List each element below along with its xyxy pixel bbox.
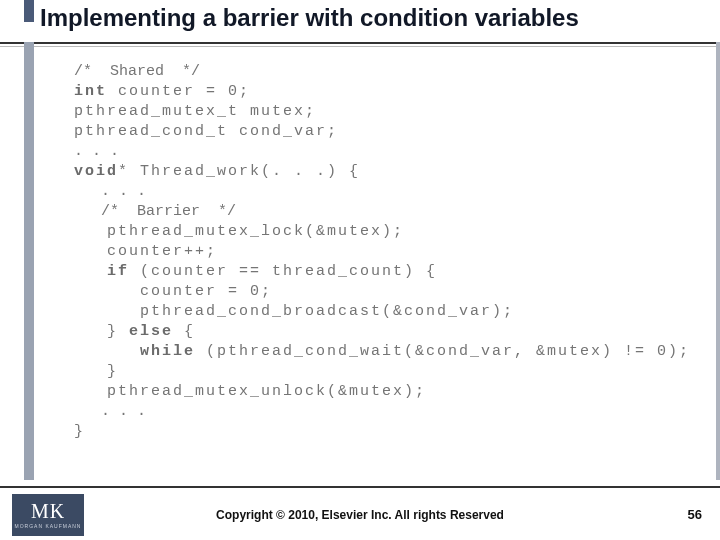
code-block: /* Shared */ int counter = 0; pthread_mu… [74,62,680,442]
code-line: counter = 0; [107,83,250,100]
code-keyword-if: if [74,263,129,280]
code-line: . . . [74,143,119,160]
page-number: 56 [688,507,702,522]
code-line: /* Barrier */ [74,203,236,220]
code-line: { [173,323,195,340]
copyright-text: Copyright © 2010, Elsevier Inc. All righ… [0,508,720,522]
code-keyword-else: else [129,323,173,340]
code-line: counter = 0; [74,283,272,300]
code-line: (pthread_cond_wait(&cond_var, &mutex) !=… [195,343,690,360]
top-accent [24,0,34,22]
code-line: . . . [74,403,146,420]
code-keyword-int: int [74,83,107,100]
code-keyword-void: void [74,163,118,180]
title-underline-2 [0,46,720,47]
code-line: counter++; [74,243,217,260]
code-line: pthread_cond_t cond_var; [74,123,338,140]
code-line: pthread_mutex_t mutex; [74,103,316,120]
slide-title: Implementing a barrier with condition va… [40,4,710,32]
code-line: pthread_mutex_unlock(&mutex); [74,383,426,400]
right-rail [716,42,720,480]
code-line: (counter == thread_count) { [129,263,437,280]
code-line: } [74,363,118,380]
code-line: * Thread_work(. . .) { [118,163,360,180]
code-line: pthread_mutex_lock(&mutex); [74,223,404,240]
code-line: pthread_cond_broadcast(&cond_var); [74,303,514,320]
title-underline [0,42,720,44]
footer: MK MORGAN KAUFMANN Copyright © 2010, Els… [0,488,720,540]
code-keyword-while: while [74,343,195,360]
code-line: } [74,423,83,440]
left-rail [24,42,34,480]
code-line: } [74,323,129,340]
slide: Implementing a barrier with condition va… [0,0,720,540]
code-line: /* Shared */ [74,63,200,80]
logo-subtext: MORGAN KAUFMANN [15,523,82,529]
code-line: . . . [74,183,146,200]
